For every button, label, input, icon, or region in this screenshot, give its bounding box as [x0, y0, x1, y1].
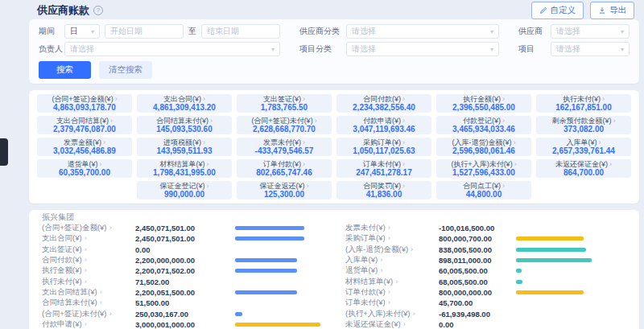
metric-bar-row[interactable]: 退货单(¥)›60,005,500.00	[345, 265, 626, 276]
metric-label: 支出签证(¥)›	[42, 245, 135, 255]
owner-select[interactable]: 请选择 ▾	[64, 42, 280, 56]
metric-bar-row[interactable]: (入库-退货)金额(¥)›838,005,500.00	[345, 245, 626, 255]
metric-value: 373,082.00	[538, 125, 630, 134]
chevron-right-icon: ›	[85, 265, 87, 274]
metric-card[interactable]: 发票未付(¥)›-433,479,546.57	[237, 138, 332, 156]
period-unit-select[interactable]: 日 ▾	[64, 24, 100, 39]
metric-card[interactable]: 合同付款(¥)›2,234,382,556.40	[336, 94, 431, 113]
metric-bar	[235, 236, 304, 241]
metric-card[interactable]: 合同点工(¥)›44,800.00	[436, 181, 531, 199]
metric-card[interactable]: 剩余预付款金额(¥)›373,082.00	[536, 116, 631, 134]
metric-bar-row[interactable]: 合同付款(¥)›2,200,000,000.00	[42, 255, 323, 265]
metric-bar-row[interactable]: 采购订单(¥)›800,000,700.00	[345, 233, 626, 244]
end-date-input[interactable]: 结束日期	[201, 24, 280, 39]
chevron-right-icon: ›	[609, 160, 612, 168]
group-col-left: (合同+签证)金额(¥)›2,450,071,501.00支出合同(¥)›2,4…	[42, 223, 323, 329]
chevron-down-icon: ▾	[490, 46, 493, 53]
metric-card[interactable]: 合同结算未付(¥)›145,093,530.60	[137, 116, 232, 134]
metric-card[interactable]: 支出合同结算(¥)›2,379,476,087.00	[37, 116, 132, 134]
metric-card[interactable]: 合同奖罚(¥)›41,836.00	[336, 181, 431, 199]
metric-bar-row[interactable]: 材料结算单(¥)›68,005,500.00	[345, 276, 626, 286]
metric-card[interactable]: 保证金返还(¥)›125,300.00	[237, 181, 332, 199]
metric-label: 付款申请(¥)›	[42, 319, 135, 329]
metric-label: 支出签证(¥)›	[238, 95, 330, 103]
metric-bar-row[interactable]: 付款申请(¥)›3,000,001,000.00	[42, 319, 323, 329]
metric-bar-row[interactable]: (执行+入库)未付(¥)›-61,939,498.00	[345, 308, 626, 319]
metric-bar-row[interactable]: 支出合同(¥)›2,450,071,501.00	[42, 233, 323, 244]
search-button[interactable]: 搜索	[39, 61, 91, 79]
metric-card[interactable]: 进项税额(¥)›143,959,511.93	[137, 138, 232, 156]
metric-card[interactable]: 订单未付(¥)›247,451,278.17	[336, 159, 431, 178]
date-range-separator: 至	[188, 26, 196, 37]
metric-bar	[516, 290, 584, 294]
clear-search-button[interactable]: 清空搜索	[99, 61, 152, 79]
metric-label: 支出合同(¥)›	[42, 233, 135, 244]
chevron-right-icon: ›	[413, 309, 415, 318]
project-select[interactable]: 请选择 ▾	[551, 42, 630, 56]
metric-card[interactable]: 支出签证(¥)›1,783,765.50	[237, 94, 332, 113]
metric-bar-row[interactable]: (合同+签证)未付(¥)›250,030,167.00	[42, 308, 323, 319]
metric-label: 合同结算未付(¥)›	[138, 117, 230, 125]
metric-value: 125,300.00	[238, 190, 330, 199]
metric-bar-row[interactable]: 订单付款(¥)›800,000,000.00	[345, 287, 626, 298]
chevron-right-icon: ›	[380, 255, 382, 264]
supplier-select[interactable]: 请选择 ▾	[551, 24, 630, 39]
metric-bar-row[interactable]: 支出签证(¥)›0.00	[42, 245, 323, 255]
metric-card[interactable]: 未返还保证金(¥)›864,700.00	[536, 159, 631, 178]
metric-bar-row[interactable]: 执行未付(¥)›71,502.00	[42, 276, 323, 286]
metric-card[interactable]: 执行金额(¥)›2,396,550,485.00	[436, 94, 531, 113]
metric-value: 68,005,500.00	[439, 278, 516, 286]
customize-button[interactable]: 自定义	[531, 2, 584, 19]
metric-label: 未返还保证金(¥)›	[538, 160, 630, 168]
export-button[interactable]: 导出	[590, 2, 634, 19]
chevron-right-icon: ›	[303, 138, 305, 146]
start-date-input[interactable]: 开始日期	[105, 24, 184, 39]
chevron-right-icon: ›	[100, 298, 102, 306]
metric-label: 发票金额(¥)›	[39, 138, 130, 146]
metric-bar-row[interactable]: 执行金额(¥)›2,200,071,502.00	[42, 265, 323, 276]
metric-bar	[516, 236, 584, 241]
chevron-right-icon: ›	[115, 95, 118, 103]
metric-label: 保证金返还(¥)›	[238, 182, 330, 190]
chevron-down-icon: ▾	[621, 46, 624, 53]
metric-value: 898,011,000.00	[439, 256, 516, 265]
metric-label: 采购订单(¥)›	[338, 138, 430, 146]
metric-card[interactable]: 付款登记(¥)›3,465,934,033.46	[436, 116, 531, 134]
supplier-category-select[interactable]: 请选择 ▾	[346, 24, 499, 39]
metric-card[interactable]: 采购订单(¥)›1,050,117,025.63	[336, 138, 431, 156]
metric-bar-row[interactable]: 合同结算未付(¥)›51,500.00	[42, 298, 323, 308]
chevron-right-icon: ›	[402, 117, 405, 125]
metric-card[interactable]: (入库-退货)金额(¥)›2,596,980,061.46	[436, 138, 531, 156]
metric-card[interactable]: 订单付款(¥)›802,665,747.46	[237, 159, 332, 178]
metric-bar-row[interactable]: 支出合同结算(¥)›2,200,051,500.00	[42, 287, 323, 298]
metric-card[interactable]: 执行未付(¥)›162,167,851.00	[536, 94, 631, 113]
metric-card[interactable]: 入库单(¥)›2,657,339,761.44	[536, 138, 631, 156]
metric-card[interactable]: 付款申请(¥)›3,047,119,693.46	[336, 116, 431, 134]
metric-label: 订单付款(¥)›	[238, 160, 330, 168]
metric-card[interactable]: 发票金额(¥)›3,032,456,486.89	[37, 138, 132, 156]
metric-bar-track	[235, 312, 323, 316]
metric-bar-row[interactable]: 发票未付(¥)›-100,016,500.00	[345, 223, 626, 233]
metric-card[interactable]: 支出合同(¥)›4,861,309,413.20	[137, 94, 232, 113]
chevron-right-icon: ›	[109, 223, 112, 232]
metric-bar-row[interactable]: 未返还保证金(¥)›0.00	[345, 319, 626, 329]
metric-bar-row[interactable]: (合同+签证)金额(¥)›2,450,071,501.00	[42, 223, 323, 233]
metric-card[interactable]: 保证金登记(¥)›990,000.00	[137, 181, 232, 199]
metric-card[interactable]: (执行+入库)未付(¥)›1,527,596,433.00	[436, 159, 531, 178]
metric-value: 71,502.00	[135, 278, 235, 286]
filter-row-2: 负责人 请选择 ▾ 项目分类 请选择 ▾ 项目 请选择 ▾	[39, 41, 630, 57]
metric-card[interactable]: 退货单(¥)›60,359,700.00	[37, 159, 132, 178]
metric-card[interactable]: (合同+签证)未付(¥)›2,628,668,770.70	[237, 116, 332, 134]
drawer-handle[interactable]	[0, 138, 8, 166]
metric-card[interactable]: (合同+签证)金额(¥)›4,863,093,178.70	[37, 94, 132, 113]
metric-card[interactable]: 材料结算单(¥)›1,798,431,995.00	[137, 159, 232, 178]
metric-value: 802,665,747.46	[238, 168, 330, 177]
metric-bar-row[interactable]: 入库单(¥)›898,011,000.00	[345, 255, 626, 265]
metric-label: 剩余预付款金额(¥)›	[538, 117, 630, 125]
help-icon[interactable]: ?	[93, 6, 103, 15]
project-category-select[interactable]: 请选择 ▾	[346, 42, 499, 56]
metric-value: 2,450,071,501.00	[135, 234, 235, 243]
metric-bar-row[interactable]: 订单未付(¥)›45,700.00	[345, 298, 626, 308]
chevron-right-icon: ›	[402, 95, 405, 103]
metric-value: 162,167,851.00	[538, 103, 630, 112]
